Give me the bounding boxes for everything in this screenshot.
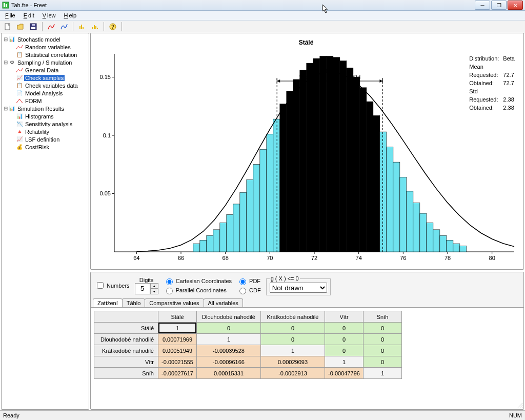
- svg-rect-47: [220, 223, 227, 252]
- svg-rect-64: [333, 57, 340, 252]
- tree-general-data[interactable]: General Data: [24, 67, 59, 73]
- tree-simulation-results[interactable]: Simulation Results: [16, 106, 65, 112]
- svg-rect-62: [320, 56, 327, 252]
- gx-label: g ( X ) <= 0: [270, 275, 300, 282]
- digits-label: Digits: [139, 277, 154, 283]
- svg-rect-72: [387, 147, 393, 252]
- gx-select[interactable]: Not drawn: [270, 283, 327, 293]
- tree-cost-risk[interactable]: Cost/Risk: [24, 144, 50, 150]
- tool-correlation[interactable]: [58, 21, 70, 32]
- open-button[interactable]: [15, 21, 26, 32]
- svg-rect-77: [420, 213, 427, 252]
- svg-rect-5: [31, 27, 35, 29]
- window-title: Tah.fre - Freet: [11, 2, 47, 8]
- tree-statistical-correlation[interactable]: Statistical correlation: [24, 52, 78, 58]
- svg-line-98: [521, 407, 522, 408]
- radio-parallel[interactable]: Parallel Coordinates: [164, 286, 232, 294]
- tree-model-analysis[interactable]: Model Analysis: [24, 90, 64, 96]
- svg-rect-65: [340, 61, 347, 252]
- svg-text:72: 72: [311, 255, 317, 261]
- svg-rect-2: [6, 4, 7, 7]
- svg-rect-45: [207, 235, 213, 252]
- svg-text:Mean: Mean: [323, 68, 337, 74]
- menu-file[interactable]: File: [3, 12, 16, 18]
- svg-rect-71: [380, 132, 387, 252]
- svg-rect-6: [32, 24, 35, 26]
- svg-rect-76: [413, 203, 420, 252]
- svg-text:64: 64: [133, 255, 139, 261]
- menu-help[interactable]: Help: [62, 12, 78, 18]
- svg-rect-10: [92, 27, 93, 29]
- svg-rect-63: [327, 56, 333, 252]
- svg-rect-54: [267, 134, 273, 252]
- svg-rect-46: [213, 230, 220, 252]
- tree-check-samples[interactable]: Check samples: [24, 75, 65, 81]
- tool-random-vars[interactable]: [46, 21, 57, 32]
- tree-sampling-simulation[interactable]: Sampling / Simulation: [16, 59, 73, 66]
- svg-text:0.15: 0.15: [100, 74, 111, 80]
- tree-stochastic-model[interactable]: Stochastic model: [16, 36, 62, 43]
- tree-random-variables[interactable]: Random variables: [24, 44, 72, 50]
- tree-form[interactable]: FORM: [24, 98, 43, 104]
- maximize-button[interactable]: ❐: [491, 1, 507, 10]
- svg-rect-13: [97, 28, 98, 29]
- svg-rect-59: [300, 70, 307, 252]
- svg-text:78: 78: [445, 255, 451, 261]
- menu-edit[interactable]: Edit: [22, 12, 35, 18]
- svg-text:68: 68: [223, 255, 229, 261]
- tree-sensitivity[interactable]: Sensitivity analysis: [24, 121, 73, 127]
- tree-lsf[interactable]: LSF definition: [24, 136, 60, 143]
- menu-view[interactable]: View: [41, 12, 57, 18]
- tab-zatizeni[interactable]: Zatížení: [93, 298, 123, 307]
- tree-reliability[interactable]: Reliability: [24, 129, 50, 135]
- svg-rect-51: [247, 179, 253, 252]
- svg-rect-78: [427, 223, 433, 252]
- svg-rect-11: [94, 25, 95, 29]
- svg-rect-57: [287, 91, 293, 252]
- svg-text:74: 74: [356, 255, 362, 261]
- tree-histograms[interactable]: Histograms: [24, 113, 55, 119]
- distribution-info: Distribution:Beta Mean Requested:72.7 Ob…: [467, 54, 517, 112]
- svg-rect-48: [227, 214, 233, 252]
- svg-rect-12: [95, 26, 96, 29]
- svg-text:?: ?: [111, 24, 114, 30]
- svg-text:76: 76: [400, 255, 406, 261]
- svg-rect-60: [307, 63, 313, 252]
- tool-histogram-2[interactable]: [89, 21, 100, 32]
- tool-histogram[interactable]: [76, 21, 88, 32]
- radio-cartesian[interactable]: Cartesian Coordinates: [164, 277, 232, 285]
- menu-bar: File Edit View Help: [0, 11, 525, 21]
- radio-pdf[interactable]: PDF: [237, 277, 261, 285]
- status-num: NUM: [509, 412, 522, 418]
- digits-stepper[interactable]: ▲▼: [135, 283, 158, 294]
- svg-text:80: 80: [489, 255, 495, 261]
- minimize-button[interactable]: ─: [475, 1, 490, 10]
- tree-check-variables-data[interactable]: Check variables data: [24, 83, 79, 89]
- status-bar: Ready NUM: [0, 410, 525, 420]
- title-bar: Tah.fre - Freet ─ ❐ ✕: [0, 0, 525, 11]
- resize-grip-icon[interactable]: [516, 402, 523, 409]
- radio-cdf[interactable]: CDF: [237, 286, 261, 294]
- svg-rect-49: [233, 204, 240, 252]
- correlation-table: StáléDlouhodobé nahodiléKrátkodobé nahod…: [91, 307, 523, 409]
- numbers-checkbox[interactable]: Numbers: [95, 281, 130, 290]
- svg-rect-81: [447, 240, 453, 252]
- tree-view[interactable]: ⊟📊Stochastic model Random variables 📋Sta…: [1, 33, 89, 410]
- svg-rect-80: [440, 235, 447, 252]
- new-button[interactable]: [2, 21, 13, 32]
- svg-text:0.1: 0.1: [103, 132, 111, 138]
- svg-rect-82: [453, 244, 460, 252]
- svg-rect-7: [79, 26, 80, 29]
- help-button[interactable]: ?: [107, 21, 118, 32]
- svg-text:0.05: 0.05: [100, 190, 111, 196]
- chart-panel: Stálé0.050.10.15646668707274767880✕MeanS…: [90, 33, 524, 270]
- save-button[interactable]: [28, 21, 39, 32]
- svg-text:Std: Std: [352, 74, 361, 80]
- svg-rect-79: [433, 230, 440, 252]
- bottom-panel: Numbers Digits ▲▼ Cartesian Coordinates …: [90, 272, 524, 410]
- close-button[interactable]: ✕: [508, 1, 523, 10]
- tab-all-variables[interactable]: All variables: [204, 298, 243, 307]
- tab-tahlo[interactable]: Táhlo: [122, 298, 146, 307]
- tab-comparative[interactable]: Comparative values: [145, 298, 204, 307]
- svg-rect-52: [253, 165, 260, 252]
